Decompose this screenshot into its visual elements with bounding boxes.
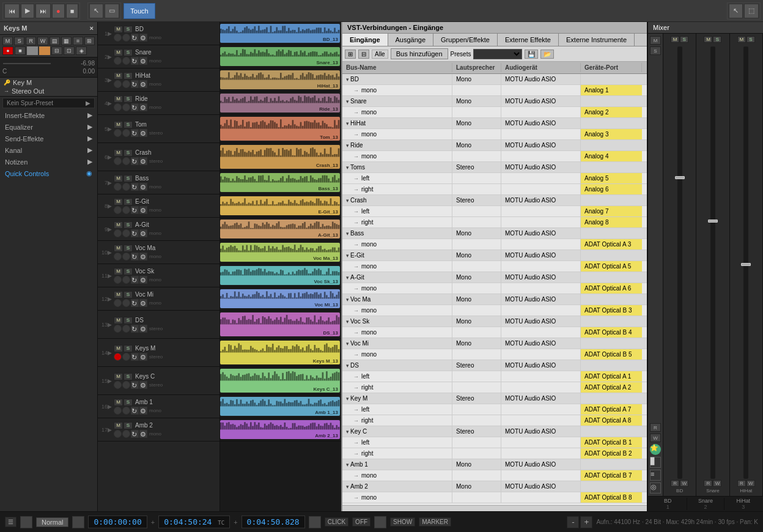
vst-row-29[interactable]: ▾Key M Stereo MOTU Audio ASIO (342, 393, 647, 404)
vst-row-25[interactable]: →mono ADAT Optical B 5 (342, 349, 647, 360)
status-menu-btn[interactable]: ☰ (5, 517, 17, 527)
vst-unfold-btn[interactable]: ⊟ (358, 50, 369, 59)
vst-row-19[interactable]: →mono ADAT Optical A 6 (342, 283, 647, 294)
rec-btn-2[interactable] (114, 80, 122, 88)
icon4[interactable]: ⊞ (84, 37, 95, 45)
settings-btn-12[interactable]: ⚙ (139, 325, 147, 333)
mx-bar[interactable]: ▊ (650, 457, 661, 468)
track-arrow-6[interactable]: ▶ (108, 180, 114, 186)
waveform-12[interactable]: DS_13 (220, 311, 341, 339)
extra1[interactable]: ⊟ (51, 46, 62, 55)
ch-fader-0[interactable] (675, 176, 685, 179)
waveform-16[interactable]: Amb 2_13 (220, 418, 341, 441)
track-arrow-12[interactable]: ▶ (108, 322, 114, 328)
vst-row-35[interactable]: ▾Amb 1 Mono MOTU Audio ASIO (342, 459, 647, 470)
track-arrow-8[interactable]: ▶ (108, 226, 114, 232)
m-btn-12[interactable]: M (114, 317, 123, 324)
vst-fold-btn[interactable]: ⊞ (345, 50, 356, 59)
s-btn-1[interactable]: S (123, 49, 133, 56)
settings-btn-11[interactable]: ⚙ (139, 299, 147, 307)
marker-btn[interactable]: MARKER (419, 517, 451, 526)
play-indicator-11[interactable] (122, 299, 130, 307)
waveform-7[interactable]: E-Git_13 (220, 194, 341, 218)
send-effekte[interactable]: Send-Effekte ▶ (0, 133, 97, 144)
loop-btn-7[interactable]: ↻ (131, 206, 139, 214)
m-btn-8[interactable]: M (114, 221, 123, 229)
track-arrow-4[interactable]: ▶ (108, 126, 114, 132)
loop-btn-11[interactable]: ↻ (131, 299, 139, 307)
w-btn[interactable]: W (37, 37, 48, 45)
track-arrow-1[interactable]: ▶ (108, 54, 114, 60)
track-arrow-3[interactable]: ▶ (108, 100, 114, 106)
icon1[interactable]: ▤ (50, 37, 60, 45)
rec-btn-1[interactable] (114, 57, 122, 65)
vst-row-28[interactable]: →right ADAT Optical A 2 (342, 382, 647, 393)
s-btn-0[interactable]: S (123, 26, 133, 33)
track-arrow-11[interactable]: ▶ (108, 296, 114, 302)
rec-btn-5[interactable] (114, 157, 122, 165)
m-btn-6[interactable]: M (114, 175, 123, 182)
pan-slider[interactable] (2, 62, 51, 65)
settings-btn-2[interactable]: ⚙ (139, 80, 147, 88)
vst-row-8[interactable]: ▾Toms Stereo MOTU Audio ASIO (342, 162, 647, 173)
stop-btn[interactable]: ■ (66, 4, 79, 18)
loop-btn-13[interactable]: ↻ (131, 353, 139, 361)
vst-row-27[interactable]: →left ADAT Optical A 1 (342, 371, 647, 382)
zoom-in[interactable]: + (580, 516, 592, 528)
play-indicator-3[interactable] (122, 103, 130, 111)
waveform-6[interactable]: Bass_13 (220, 171, 341, 194)
waveform-1[interactable]: Snare_13 (220, 45, 341, 68)
play-indicator-1[interactable] (122, 57, 130, 65)
vst-row-11[interactable]: ▾Crash Stereo MOTU Audio ASIO (342, 195, 647, 206)
waveform-0[interactable]: BD_13 (220, 22, 341, 45)
m-btn-1[interactable]: M (114, 49, 123, 56)
m-btn[interactable]: M (2, 37, 13, 45)
settings-btn-14[interactable]: ⚙ (139, 381, 147, 389)
settings-btn-1[interactable]: ⚙ (139, 57, 147, 65)
m-btn-9[interactable]: M (114, 245, 123, 252)
m-btn-7[interactable]: M (114, 198, 123, 205)
rec-btn-9[interactable] (114, 253, 122, 260)
s-btn-11[interactable]: S (123, 291, 133, 298)
waveform-14[interactable]: Keys C_13 (220, 367, 341, 395)
track-arrow-2[interactable]: ▶ (108, 77, 114, 83)
s-btn-12[interactable]: S (123, 317, 133, 324)
normal-mode-btn[interactable]: Normal (36, 517, 68, 527)
track-arrow-7[interactable]: ▶ (108, 203, 114, 209)
tab-ausgaenge[interactable]: Ausgänge (388, 34, 434, 46)
s-btn-9[interactable]: S (123, 245, 133, 252)
loop-btn-4[interactable]: ↻ (131, 129, 139, 137)
track-arrow-14[interactable]: ▶ (108, 378, 114, 384)
vst-row-26[interactable]: ▾DS Stereo MOTU Audio ASIO (342, 360, 647, 371)
rec-btn-8[interactable] (114, 229, 122, 237)
vst-row-24[interactable]: ▾Voc Mi Mono MOTU Audio ASIO (342, 338, 647, 349)
rec-btn-0[interactable] (114, 34, 122, 42)
ch-s-2[interactable]: S (746, 36, 755, 43)
loop-btn-12[interactable]: ↻ (131, 325, 139, 333)
waveform-2[interactable]: HiHat_13 (220, 68, 341, 92)
play-indicator-12[interactable] (122, 325, 130, 333)
play-indicator-0[interactable] (122, 34, 130, 42)
vst-row-12[interactable]: →left Analog 7 (342, 206, 647, 217)
rec-btn-12[interactable] (114, 325, 122, 333)
icon3[interactable]: ≡ (73, 37, 83, 45)
tab-eingaenge[interactable]: Eingänge (342, 34, 388, 46)
equalizer[interactable]: Equalizer ▶ (0, 121, 97, 133)
waveform-8[interactable]: A-Git_13 (220, 218, 341, 241)
preset-save[interactable]: 💾 (525, 50, 538, 59)
stop-small-btn[interactable]: ■ (15, 46, 26, 55)
s-btn-14[interactable]: S (123, 373, 133, 380)
next-btn[interactable]: ⏭ (35, 4, 51, 18)
s-btn-13[interactable]: S (123, 345, 133, 352)
play-indicator-10[interactable] (122, 276, 130, 284)
track-arrow-5[interactable]: ▶ (108, 154, 114, 160)
tab-gruppen[interactable]: Gruppen/Effekte (433, 34, 498, 46)
vst-row-30[interactable]: →left ADAT Optical A 7 (342, 404, 647, 415)
rec-active-btn[interactable]: ● (2, 46, 13, 55)
plus-btn2[interactable]: + (234, 519, 237, 526)
m-btn-16[interactable]: M (114, 422, 123, 429)
status-icon2[interactable] (72, 516, 84, 528)
play-indicator-15[interactable] (122, 407, 130, 415)
cursor-btn[interactable]: ↖ (89, 4, 103, 18)
r-btn[interactable]: R (26, 37, 36, 45)
